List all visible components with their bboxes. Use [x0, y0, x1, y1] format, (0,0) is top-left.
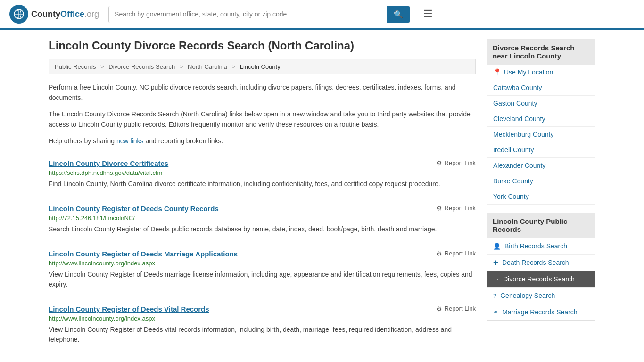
- sidebar-public-records-section: Lincoln County Public Records 👤 Birth Re…: [487, 213, 595, 321]
- record-desc-1: Find Lincoln County, North Carolina divo…: [49, 179, 476, 189]
- marriage-records-label: Marriage Records Search: [502, 308, 578, 316]
- breadcrumb-public-records[interactable]: Public Records: [55, 63, 96, 70]
- sidebar-item-death-records: ✚ Death Records Search: [487, 255, 595, 271]
- genealogy-label: Genealogy Search: [500, 292, 555, 299]
- report-link-2[interactable]: ⚙ Report Link: [436, 205, 476, 212]
- breadcrumb-sep-2: >: [180, 63, 183, 70]
- burke-county-link[interactable]: Burke County: [487, 173, 595, 189]
- record-item-1: Lincoln County Divorce Certificates ⚙ Re…: [49, 152, 476, 197]
- genealogy-link[interactable]: ? Genealogy Search: [487, 288, 595, 304]
- breadcrumb-sep-1: >: [100, 63, 104, 70]
- record-desc-4: View Lincoln County Register of Deeds vi…: [49, 325, 476, 345]
- divorce-records-link[interactable]: ↔ Divorce Records Search: [487, 271, 595, 287]
- records-list: Lincoln County Divorce Certificates ⚙ Re…: [49, 152, 476, 352]
- broken-link-icon-1: ⚙: [436, 159, 442, 167]
- birth-records-label: Birth Records Search: [504, 242, 567, 250]
- content-area: Lincoln County Divorce Records Search (N…: [49, 39, 476, 352]
- record-item-3: Lincoln County Register of Deeds Marriag…: [49, 242, 476, 297]
- logo-text: CountyOffice.org: [31, 9, 99, 19]
- sidebar-nearby-list: 📍 Use My Location Catawba County Gaston …: [487, 65, 595, 205]
- sidebar: Divorce Records Search near Lincoln Coun…: [487, 39, 595, 352]
- desc3-suffix: and reporting broken links.: [144, 137, 223, 145]
- search-input[interactable]: [109, 6, 387, 23]
- york-county-link[interactable]: York County: [487, 189, 595, 205]
- page-title: Lincoln County Divorce Records Search (N…: [49, 39, 476, 52]
- breadcrumb-divorce-records[interactable]: Divorce Records Search: [108, 63, 175, 70]
- mecklenburg-county-link[interactable]: Mecklenburg County: [487, 127, 595, 142]
- record-item-4: Lincoln County Register of Deeds Vital R…: [49, 297, 476, 352]
- death-records-label: Death Records Search: [502, 259, 569, 266]
- breadcrumb-north-carolina[interactable]: North Carolina: [188, 63, 227, 70]
- record-title-3[interactable]: Lincoln County Register of Deeds Marriag…: [49, 250, 238, 258]
- main-container: Lincoln County Divorce Records Search (N…: [39, 30, 605, 362]
- search-bar: 🔍: [108, 6, 410, 23]
- record-url-1: https://schs.dph.ncdhhs.gov/data/vital.c…: [49, 169, 476, 176]
- search-button[interactable]: 🔍: [387, 6, 410, 23]
- record-header-3: Lincoln County Register of Deeds Marriag…: [49, 250, 476, 258]
- record-url-3: http://www.lincolncounty.org/index.aspx: [49, 260, 476, 267]
- sidebar-item-genealogy: ? Genealogy Search: [487, 288, 595, 304]
- person-icon: 👤: [493, 243, 501, 250]
- sidebar-nearby-header: Divorce Records Search near Lincoln Coun…: [487, 39, 595, 65]
- record-url-4: http://www.lincolncounty.org/index.aspx: [49, 315, 476, 322]
- use-my-location-link[interactable]: 📍 Use My Location: [487, 65, 595, 80]
- alexander-county-link[interactable]: Alexander County: [487, 158, 595, 173]
- sidebar-item-divorce-records: ↔ Divorce Records Search: [487, 271, 595, 288]
- hamburger-icon: ☰: [423, 8, 433, 20]
- broken-link-icon-4: ⚙: [436, 305, 442, 313]
- cross-icon: ✚: [493, 259, 498, 266]
- death-records-link[interactable]: ✚ Death Records Search: [487, 255, 595, 271]
- cleveland-county-link[interactable]: Cleveland County: [487, 111, 595, 127]
- description-3: Help others by sharing new links and rep…: [49, 136, 476, 146]
- record-header-4: Lincoln County Register of Deeds Vital R…: [49, 305, 476, 313]
- logo-link[interactable]: CountyOffice.org: [9, 5, 99, 24]
- sidebar-public-records-header: Lincoln County Public Records: [487, 213, 595, 238]
- record-desc-3: View Lincoln County Register of Deeds ma…: [49, 270, 476, 289]
- arrows-icon: ↔: [493, 276, 499, 283]
- breadcrumb: Public Records > Divorce Records Search …: [49, 59, 476, 74]
- divorce-records-label: Divorce Records Search: [503, 275, 575, 283]
- broken-link-icon-2: ⚙: [436, 205, 442, 212]
- description-2: The Lincoln County Divorce Records Searc…: [49, 109, 476, 130]
- search-icon: 🔍: [394, 10, 403, 18]
- record-desc-2: Search Lincoln County Register of Deeds …: [49, 224, 476, 234]
- record-title-1[interactable]: Lincoln County Divorce Certificates: [49, 159, 168, 167]
- record-title-4[interactable]: Lincoln County Register of Deeds Vital R…: [49, 305, 209, 313]
- sidebar-item-marriage-records: ⚭ Marriage Records Search: [487, 304, 595, 320]
- breadcrumb-lincoln-county: Lincoln County: [240, 63, 281, 70]
- record-header-1: Lincoln County Divorce Certificates ⚙ Re…: [49, 159, 476, 167]
- sidebar-item-birth-records: 👤 Birth Records Search: [487, 238, 595, 255]
- desc3-prefix: Help others by sharing: [49, 137, 116, 145]
- record-title-2[interactable]: Lincoln County Register of Deeds County …: [49, 205, 219, 213]
- record-header-2: Lincoln County Register of Deeds County …: [49, 205, 476, 213]
- sidebar-public-records-list: 👤 Birth Records Search ✚ Death Records S…: [487, 238, 595, 321]
- gaston-county-link[interactable]: Gaston County: [487, 96, 595, 111]
- catawba-county-link[interactable]: Catawba County: [487, 80, 595, 96]
- logo-icon: [9, 5, 28, 24]
- record-url-2: http://72.15.246.181/LincolnNC/: [49, 214, 476, 222]
- marriage-records-link[interactable]: ⚭ Marriage Records Search: [487, 304, 595, 320]
- rings-icon: ⚭: [493, 309, 498, 316]
- sidebar-nearby-section: Divorce Records Search near Lincoln Coun…: [487, 39, 595, 205]
- question-icon: ?: [493, 292, 496, 299]
- new-links-link[interactable]: new links: [116, 137, 144, 145]
- location-icon: 📍: [493, 68, 501, 76]
- report-link-3[interactable]: ⚙ Report Link: [436, 250, 476, 257]
- menu-button[interactable]: ☰: [420, 6, 437, 22]
- birth-records-link[interactable]: 👤 Birth Records Search: [487, 238, 595, 254]
- breadcrumb-sep-3: >: [231, 63, 235, 70]
- description-1: Perform a free Lincoln County, NC public…: [49, 82, 476, 103]
- report-link-1[interactable]: ⚙ Report Link: [436, 159, 476, 167]
- header: CountyOffice.org 🔍 ☰: [0, 0, 644, 30]
- iredell-county-link[interactable]: Iredell County: [487, 142, 595, 158]
- report-link-4[interactable]: ⚙ Report Link: [436, 305, 476, 313]
- broken-link-icon-3: ⚙: [436, 250, 442, 257]
- record-item-2: Lincoln County Register of Deeds County …: [49, 197, 476, 242]
